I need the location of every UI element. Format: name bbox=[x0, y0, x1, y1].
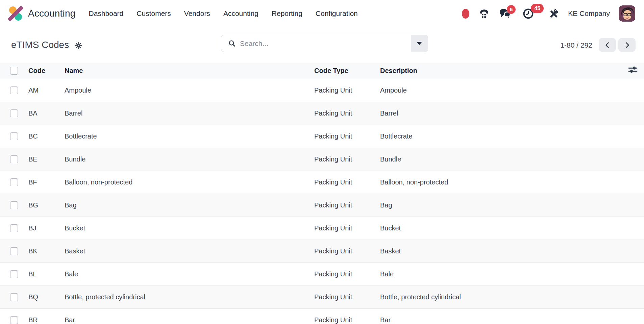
search-input[interactable] bbox=[236, 35, 411, 52]
cell-description[interactable]: Basket bbox=[380, 240, 622, 263]
user-avatar[interactable] bbox=[619, 5, 635, 22]
nav-item-accounting[interactable]: Accounting bbox=[223, 9, 258, 18]
cell-name[interactable]: Basket bbox=[65, 240, 314, 263]
cell-code[interactable]: BE bbox=[28, 148, 65, 171]
table-row[interactable]: BE Bundle Packing Unit Bundle bbox=[0, 148, 644, 171]
cell-name[interactable]: Bar bbox=[65, 308, 314, 324]
cell-name[interactable]: Barrel bbox=[65, 102, 314, 125]
row-checkbox[interactable] bbox=[10, 201, 18, 209]
cell-code[interactable]: BC bbox=[28, 125, 65, 148]
chevron-left-icon bbox=[604, 41, 611, 49]
cell-name[interactable]: Bottlecrate bbox=[65, 125, 314, 148]
row-checkbox[interactable] bbox=[10, 316, 18, 324]
cell-description[interactable]: Bottle, protected cylindrical bbox=[380, 285, 622, 308]
table-row[interactable]: AM Ampoule Packing Unit Ampoule bbox=[0, 79, 644, 102]
status-dot-icon[interactable] bbox=[462, 9, 469, 19]
company-name[interactable]: KE Company bbox=[568, 9, 610, 18]
pager-range[interactable]: 1-80 / 292 bbox=[560, 41, 592, 49]
pager-next-button[interactable] bbox=[618, 38, 636, 52]
nav-item-reporting[interactable]: Reporting bbox=[272, 9, 302, 18]
table-row[interactable]: BG Bag Packing Unit Bag bbox=[0, 194, 644, 217]
page-title: eTIMS Codes bbox=[11, 40, 69, 50]
cell-code-type[interactable]: Packing Unit bbox=[314, 102, 380, 125]
search-dropdown-toggle[interactable] bbox=[411, 35, 428, 52]
actions-gear-button[interactable] bbox=[75, 42, 82, 49]
table-row[interactable]: BK Basket Packing Unit Basket bbox=[0, 240, 644, 263]
activities-button[interactable]: 45 bbox=[523, 8, 535, 20]
cell-code[interactable]: BG bbox=[28, 194, 65, 217]
cell-code[interactable]: BQ bbox=[28, 285, 65, 308]
app-switcher[interactable]: Accounting bbox=[8, 6, 76, 21]
cell-description[interactable]: Bar bbox=[380, 308, 622, 324]
row-checkbox[interactable] bbox=[10, 270, 18, 278]
cell-name[interactable]: Bottle, protected cylindrical bbox=[65, 285, 314, 308]
cell-code[interactable]: BL bbox=[28, 263, 65, 285]
cell-code-type[interactable]: Packing Unit bbox=[314, 240, 380, 263]
row-checkbox[interactable] bbox=[10, 247, 18, 255]
cell-description[interactable]: Bucket bbox=[380, 217, 622, 240]
gear-icon bbox=[75, 42, 82, 49]
cell-code[interactable]: BA bbox=[28, 102, 65, 125]
cell-code-type[interactable]: Packing Unit bbox=[314, 171, 380, 194]
row-checkbox[interactable] bbox=[10, 155, 18, 163]
cell-description[interactable]: Bag bbox=[380, 194, 622, 217]
table-row[interactable]: BC Bottlecrate Packing Unit Bottlecrate bbox=[0, 125, 644, 148]
cell-description[interactable]: Bottlecrate bbox=[380, 125, 622, 148]
cell-code-type[interactable]: Packing Unit bbox=[314, 308, 380, 324]
nav-item-vendors[interactable]: Vendors bbox=[184, 9, 210, 18]
cell-code-type[interactable]: Packing Unit bbox=[314, 79, 380, 102]
messages-count-badge: 6 bbox=[507, 5, 516, 14]
top-navbar: Accounting Dashboard Customers Vendors A… bbox=[0, 0, 644, 27]
cell-name[interactable]: Bucket bbox=[65, 217, 314, 240]
table-row[interactable]: BF Balloon, non-protected Packing Unit B… bbox=[0, 171, 644, 194]
pager-previous-button[interactable] bbox=[599, 38, 616, 52]
table-row[interactable]: BL Bale Packing Unit Bale bbox=[0, 263, 644, 285]
messages-button[interactable]: 6 bbox=[499, 8, 511, 19]
nav-item-configuration[interactable]: Configuration bbox=[316, 9, 358, 18]
row-checkbox[interactable] bbox=[10, 178, 18, 186]
control-panel: eTIMS Codes bbox=[0, 27, 644, 63]
cell-code-type[interactable]: Packing Unit bbox=[314, 263, 380, 285]
app-name: Accounting bbox=[28, 8, 76, 19]
cell-description[interactable]: Bundle bbox=[380, 148, 622, 171]
cell-code-type[interactable]: Packing Unit bbox=[314, 285, 380, 308]
cell-name[interactable]: Ampoule bbox=[65, 79, 314, 102]
cell-code[interactable]: BR bbox=[28, 308, 65, 324]
row-checkbox[interactable] bbox=[10, 109, 18, 117]
cell-name[interactable]: Bundle bbox=[65, 148, 314, 171]
table-row[interactable]: BQ Bottle, protected cylindrical Packing… bbox=[0, 285, 644, 308]
cell-code-type[interactable]: Packing Unit bbox=[314, 125, 380, 148]
row-checkbox[interactable] bbox=[10, 224, 18, 232]
cell-description[interactable]: Bale bbox=[380, 263, 622, 285]
voip-phone-button[interactable] bbox=[478, 8, 490, 19]
cell-name[interactable]: Balloon, non-protected bbox=[65, 171, 314, 194]
cell-code[interactable]: BJ bbox=[28, 217, 65, 240]
table-row[interactable]: BR Bar Packing Unit Bar bbox=[0, 308, 644, 324]
cell-code[interactable]: BK bbox=[28, 240, 65, 263]
nav-item-customers[interactable]: Customers bbox=[137, 9, 171, 18]
table-row[interactable]: BA Barrel Packing Unit Barrel bbox=[0, 102, 644, 125]
column-header-description[interactable]: Description bbox=[380, 63, 622, 79]
cell-description[interactable]: Balloon, non-protected bbox=[380, 171, 622, 194]
column-header-code[interactable]: Code bbox=[28, 63, 65, 79]
tools-button[interactable] bbox=[548, 8, 559, 19]
column-header-name[interactable]: Name bbox=[65, 63, 314, 79]
cell-description[interactable]: Barrel bbox=[380, 102, 622, 125]
column-header-code-type[interactable]: Code Type bbox=[314, 63, 380, 79]
cell-code[interactable]: BF bbox=[28, 171, 65, 194]
row-checkbox[interactable] bbox=[10, 293, 18, 301]
cell-code-type[interactable]: Packing Unit bbox=[314, 217, 380, 240]
optional-columns-button[interactable] bbox=[628, 66, 644, 75]
nav-item-dashboard[interactable]: Dashboard bbox=[89, 9, 124, 18]
cell-description[interactable]: Ampoule bbox=[380, 79, 622, 102]
row-checkbox[interactable] bbox=[10, 86, 18, 94]
cell-name[interactable]: Bale bbox=[65, 263, 314, 285]
table-row[interactable]: BJ Bucket Packing Unit Bucket bbox=[0, 217, 644, 240]
cell-name[interactable]: Bag bbox=[65, 194, 314, 217]
cell-code-type[interactable]: Packing Unit bbox=[314, 148, 380, 171]
cell-code-type[interactable]: Packing Unit bbox=[314, 194, 380, 217]
cell-code[interactable]: AM bbox=[28, 79, 65, 102]
row-checkbox[interactable] bbox=[10, 132, 18, 140]
select-all-checkbox[interactable] bbox=[10, 67, 18, 75]
table-header-row: Code Name Code Type Description bbox=[0, 63, 644, 79]
